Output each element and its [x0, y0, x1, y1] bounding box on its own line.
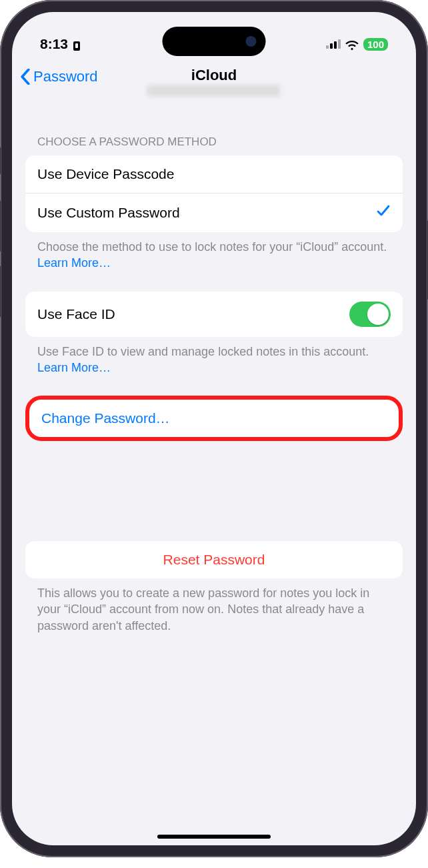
option-use-device-passcode[interactable]: Use Device Passcode — [25, 155, 403, 193]
learn-more-link[interactable]: Learn More… — [37, 256, 111, 270]
reset-password-label: Reset Password — [163, 552, 265, 568]
home-indicator[interactable] — [157, 835, 271, 839]
back-button[interactable]: Password — [20, 68, 98, 85]
dynamic-island — [163, 27, 266, 56]
password-method-card: Use Device Passcode Use Custom Password — [25, 155, 403, 232]
faceid-card: Use Face ID — [25, 292, 403, 337]
option-label: Use Custom Password — [37, 205, 180, 221]
chevron-left-icon — [20, 69, 31, 85]
silence-switch — [0, 147, 1, 175]
wifi-icon — [345, 39, 359, 49]
password-method-footer: Choose the method to use to lock notes f… — [25, 232, 403, 272]
reset-password-card: Reset Password — [25, 541, 403, 578]
change-password-button[interactable]: Change Password… — [29, 400, 399, 437]
cellular-signal-icon — [326, 39, 341, 49]
option-use-custom-password[interactable]: Use Custom Password — [25, 193, 403, 232]
faceid-row: Use Face ID — [25, 292, 403, 337]
change-password-card: Change Password… — [25, 396, 403, 441]
volume-up-button — [0, 200, 1, 252]
navigation-bar: Password iCloud — [12, 60, 416, 109]
account-email-redacted — [147, 85, 281, 96]
change-password-label: Change Password… — [41, 410, 170, 426]
battery-indicator: 100 — [363, 38, 388, 51]
back-label: Password — [33, 68, 98, 85]
status-time: 8:13 — [40, 36, 68, 52]
screen: 8:13 100 Password iCloud — [12, 12, 416, 845]
reset-password-footer: This allows you to create a new password… — [25, 578, 403, 634]
phone-frame: 8:13 100 Password iCloud — [0, 0, 428, 857]
faceid-label: Use Face ID — [37, 306, 115, 322]
volume-down-button — [0, 266, 1, 318]
orientation-lock-icon — [72, 39, 81, 49]
option-label: Use Device Passcode — [37, 166, 174, 182]
svg-rect-1 — [75, 43, 78, 48]
learn-more-link[interactable]: Learn More… — [37, 361, 111, 374]
reset-password-button[interactable]: Reset Password — [25, 541, 403, 578]
checkmark-icon — [376, 203, 391, 222]
section-header-password-method: CHOOSE A PASSWORD METHOD — [25, 109, 403, 155]
faceid-footer: Use Face ID to view and manage locked no… — [25, 337, 403, 376]
faceid-toggle[interactable] — [349, 302, 391, 327]
